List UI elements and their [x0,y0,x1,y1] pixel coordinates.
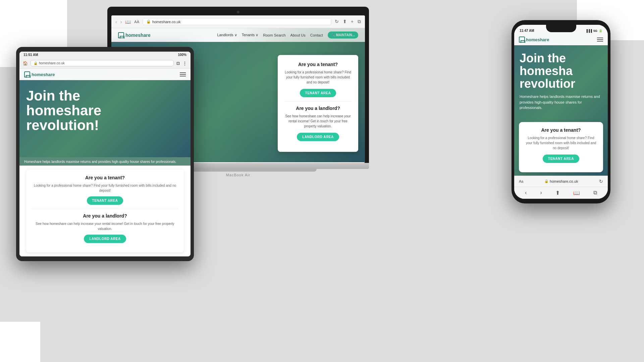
logo-house-icon [118,32,124,38]
browser-url-text: homeshare.co.uk [152,20,180,24]
phone-device: 11:47 AM ▐▐▐ 5G 🔋 homeshare [512,20,610,203]
tablet-nav: homeshare [19,69,191,80]
macbook-cta-card: Are you a tenant? Looking for a professi… [278,55,358,152]
phone-signal-type: 5G [593,29,597,33]
lock-icon: 🔒 [146,19,151,24]
tablet-battery: 100% [178,53,186,57]
phone-logo-text: homeshare [526,37,549,42]
browser-bookmarks-btn[interactable]: 📖 [125,19,131,24]
macbook-logo-text: homeshare [125,33,151,38]
macbook-landlord-desc: See how homeshare can help increase your… [284,114,352,129]
tablet-tenant-area-btn[interactable]: TENANT AREA [87,196,123,205]
macbook-camera [237,11,239,13]
tablet-logo-icon [24,71,30,77]
phone-logo: homeshare [519,37,549,43]
browser-url-bar[interactable]: 🔒 homeshare.co.uk [143,18,331,25]
tablet-logo-text: homeshare [32,72,55,77]
tablet-landlord-area-btn[interactable]: LANDLORD AREA [84,235,126,243]
phone-bookmarks-btn[interactable]: 📖 [573,190,580,196]
tablet-bezel: 11:51 AM 100% 🏠 🔒 homeshare.co.uk ⊡ ⋮ [16,47,194,261]
browser-tab-overview-btn[interactable]: ⧉ [358,19,361,24]
tablet-hamburger-menu[interactable] [180,72,186,76]
tablet-landlord-desc: See how homeshare can help increase your… [32,221,178,231]
phone-tabs-btn[interactable]: ⧉ [593,190,597,196]
tablet-url-bar[interactable]: 🔒 homeshare.co.uk [31,60,174,66]
tablet-hero-sub-section: Homeshare helps landlords maxmise return… [19,157,191,166]
phone-browser-reload-btn[interactable]: ↻ [599,179,603,184]
tablet-hero: Join thehomesharerevolution! [19,80,191,157]
macbook-landlord-heading: Are you a landlord? [284,106,352,111]
macbook-website-logo: homeshare [118,32,151,38]
tablet-menu-icon[interactable]: ⋮ [182,61,187,66]
phone-browser-url[interactable]: 🔒 homeshare.co.uk [544,179,578,183]
tablet-status-bar: 11:51 AM 100% [19,52,191,58]
tablet-cta-divider [32,209,178,209]
tablet-subtext: Homeshare helps landlords maxmise return… [24,160,176,164]
phone-signal-bars: ▐▐▐ [586,29,592,33]
phone-status-icons: ▐▐▐ 5G 🔋 [586,29,602,33]
phone-hamburger-line-1 [597,38,603,38]
tablet-landlord-heading: Are you a landlord? [32,213,178,219]
phone-tenant-desc: Looking for a professional home share? F… [524,135,598,150]
phone-browser-bar: Aa 🔒 homeshare.co.uk ↻ [514,176,608,187]
phone-bezel: 11:47 AM ▐▐▐ 5G 🔋 homeshare [512,20,610,203]
phone-hamburger-menu[interactable] [597,38,603,42]
browser-aa-label[interactable]: AA [134,20,139,24]
phone-browser-aa[interactable]: Aa [519,179,523,183]
tablet-browser-chrome: 🏠 🔒 homeshare.co.uk ⊡ ⋮ [19,58,191,69]
browser-action-buttons: ↻ ⬆ + ⧉ [335,19,361,24]
browser-forward-btn[interactable]: › [120,19,122,24]
phone-back-btn[interactable]: ‹ [525,190,527,196]
tablet-website: homeshare Join thehomesharerevolution! [19,69,191,157]
tablet-device: 11:51 AM 100% 🏠 🔒 homeshare.co.uk ⊡ ⋮ [16,47,194,261]
tablet-url-text: homeshare.co.uk [39,61,65,65]
tablet-time: 11:51 AM [23,53,38,57]
tablet-tenant-desc: Looking for a professional home share? F… [32,183,178,193]
browser-share-btn[interactable]: ⬆ [343,19,347,24]
phone-nav: homeshare [514,34,608,45]
browser-reload-btn[interactable]: ↻ [335,19,339,24]
cta-divider [284,101,352,102]
tablet-tab-icon[interactable]: ⊡ [176,61,180,66]
hamburger-line-3 [180,76,186,76]
phone-battery-icon: 🔋 [599,29,602,33]
tablet-cta-card: Are you a tenant? Looking for a professi… [26,170,184,252]
tablet-headline: Join thehomesharerevolution! [26,88,184,133]
tablet-home-icon[interactable]: 🏠 [23,61,28,66]
tablet-logo: homeshare [24,71,55,77]
phone-share-btn[interactable]: ⬆ [555,190,560,196]
phone-forward-btn[interactable]: › [540,190,542,196]
bg-paper-bottom-left [0,322,40,362]
phone-headline: Join thehomesharevolutior [520,52,602,90]
tablet-cta-section: Are you a tenant? Looking for a professi… [19,166,191,256]
macbook-tenant-desc: Looking for a professional home share? F… [284,70,352,85]
phone-website: homeshare Join thehomesharevolutior Home… [514,34,608,176]
macbook-landlord-area-btn[interactable]: LANDLORD AREA [297,133,339,141]
phone-hero: Join thehomesharevolutior Homeshare help… [514,45,608,119]
phone-tenant-area-btn[interactable]: TENANT AREA [543,155,579,163]
phone-time: 11:47 AM [520,29,534,33]
tablet-tenant-heading: Are you a tenant? [32,175,178,180]
phone-notch [546,25,576,32]
macbook-tenant-heading: Are you a tenant? [284,62,352,67]
phone-logo-icon [519,37,525,43]
phone-lock-icon: 🔒 [544,179,548,183]
phone-cta-card: Are you a tenant? Looking for a professi… [519,122,603,172]
phone-tenant-heading: Are you a tenant? [524,127,598,133]
phone-hamburger-line-3 [597,41,603,42]
browser-new-tab-btn[interactable]: + [351,19,354,24]
phone-screen: 11:47 AM ▐▐▐ 5G 🔋 homeshare [514,25,608,199]
browser-back-btn[interactable]: ‹ [115,19,117,24]
hamburger-line-2 [180,74,186,75]
scene: ‹ › 📖 AA 🔒 homeshare.co.uk ↻ ⬆ + ⧉ [0,0,644,362]
browser-chrome: ‹ › 📖 AA 🔒 homeshare.co.uk ↻ ⬆ + ⧉ [111,15,365,28]
tablet-screen: 11:51 AM 100% 🏠 🔒 homeshare.co.uk ⊡ ⋮ [19,52,191,256]
phone-url-text: homeshare.co.uk [550,179,578,183]
phone-hamburger-line-2 [597,39,603,40]
tablet-lock-icon: 🔒 [34,61,38,65]
phone-browser-action-bar: ‹ › ⬆ 📖 ⧉ [514,187,608,199]
hamburger-line-1 [180,72,186,73]
phone-subtext: Homeshare helps landlords maxmise return… [520,94,602,111]
macbook-tenant-area-btn[interactable]: TENANT AREA [300,89,336,97]
